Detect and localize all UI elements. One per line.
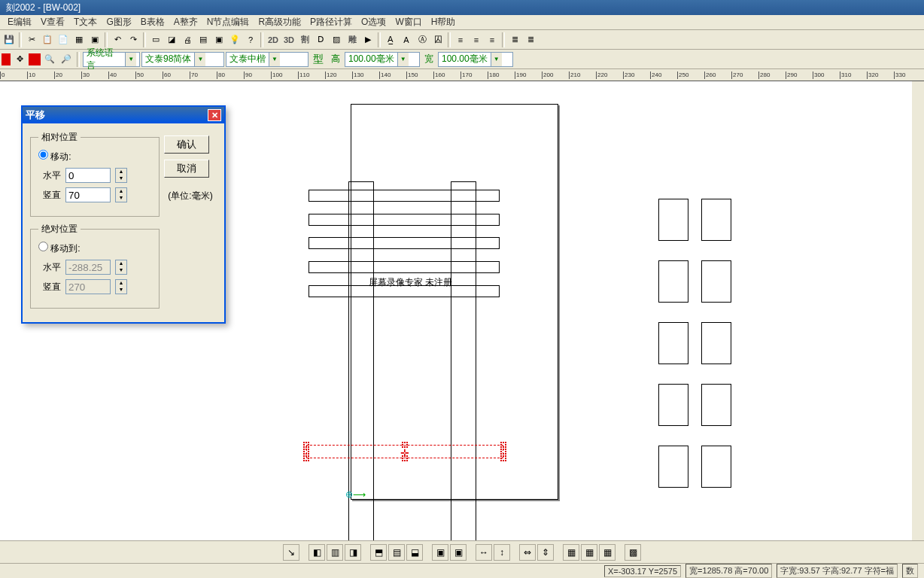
shape-col-right[interactable] <box>451 181 476 540</box>
2d-button[interactable]: 2D <box>266 32 281 47</box>
bt-pattern-icon[interactable]: ▩ <box>625 544 641 561</box>
selection-handle-bl[interactable] <box>303 455 309 461</box>
small-rect-r3c1[interactable] <box>658 322 688 364</box>
3d-button[interactable]: 3D <box>281 32 296 47</box>
bt-grid-1-icon[interactable]: ▦ <box>563 544 579 561</box>
small-rect-r5c1[interactable] <box>658 446 688 488</box>
menu-window[interactable]: W窗口 <box>391 14 426 30</box>
save-icon[interactable]: 💾 <box>2 32 17 47</box>
tool-2-icon[interactable]: ◪ <box>164 32 179 47</box>
align-c-icon[interactable]: ≡ <box>469 32 484 47</box>
menu-node[interactable]: N节点编辑 <box>202 14 254 30</box>
bt-align-m-icon[interactable]: ▤ <box>388 544 405 561</box>
small-rect-r3c2[interactable] <box>701 322 731 364</box>
bt-dist-v-icon[interactable]: ↕ <box>494 544 510 561</box>
bulb-icon[interactable]: 💡 <box>227 32 242 47</box>
group-icon[interactable]: ▣ <box>87 32 102 47</box>
selection-center-icon[interactable]: ✛ <box>400 447 409 459</box>
help-icon[interactable]: ? <box>243 32 258 47</box>
text-4-icon[interactable]: 囚 <box>430 32 445 47</box>
small-rect-r4c1[interactable] <box>658 384 688 426</box>
grid-icon[interactable]: ▦ <box>71 32 87 47</box>
shape-row-4[interactable] <box>309 261 500 273</box>
ok-button[interactable]: 确认 <box>164 135 209 154</box>
output-icon[interactable]: ▶ <box>360 32 375 47</box>
menu-text[interactable]: T文本 <box>69 14 102 30</box>
width-input[interactable]: 100.00毫米▼ <box>438 52 513 67</box>
menu-advanced[interactable]: R高级功能 <box>254 14 305 30</box>
v-spinner[interactable]: ▲▼ <box>115 187 127 202</box>
selection-handle-tl[interactable] <box>303 442 309 448</box>
height-input[interactable]: 100.00毫米▼ <box>345 52 420 67</box>
menu-align[interactable]: A整齐 <box>169 14 202 30</box>
vertical-input[interactable] <box>65 187 111 202</box>
text-2-icon[interactable]: A <box>399 32 414 47</box>
shape-row-2[interactable] <box>309 214 500 226</box>
bt-grid-2-icon[interactable]: ▦ <box>581 544 597 561</box>
small-rect-r4c2[interactable] <box>701 384 731 426</box>
selection-handle-br[interactable] <box>500 455 506 461</box>
selection-handle-mr[interactable] <box>500 449 506 455</box>
horizontal-input[interactable] <box>65 168 111 183</box>
tool-1-icon[interactable]: ▭ <box>148 32 163 47</box>
undo-icon[interactable]: ↶ <box>110 32 125 47</box>
redo-icon[interactable]: ↷ <box>126 32 141 47</box>
font-combo[interactable]: 文泰98简体▼ <box>141 52 224 67</box>
paste-icon[interactable]: 📄 <box>56 32 71 47</box>
bt-align-r-icon[interactable]: ◨ <box>345 544 361 561</box>
text-3-icon[interactable]: Ⓐ <box>415 32 430 47</box>
bt-align-t-icon[interactable]: ⬒ <box>370 544 387 561</box>
color-2-icon[interactable] <box>29 53 41 65</box>
h-spinner[interactable]: ▲▼ <box>115 168 127 183</box>
small-rect-r5c2[interactable] <box>701 446 731 488</box>
list-2-icon[interactable]: ≣ <box>523 32 538 47</box>
small-rect-r2c2[interactable] <box>701 260 731 303</box>
tool-hatch-icon[interactable]: ▨ <box>329 32 344 47</box>
align-l-icon[interactable]: ≡ <box>453 32 468 47</box>
shape-row-3[interactable] <box>309 237 500 249</box>
zoom-in-icon[interactable]: 🔍 <box>42 52 57 67</box>
small-rect-r2c1[interactable] <box>658 260 688 303</box>
bt-grid-3-icon[interactable]: ▦ <box>599 544 615 561</box>
tool-d-icon[interactable]: Ⅾ <box>313 32 328 47</box>
print-icon[interactable]: 🖨 <box>180 32 195 47</box>
align-r-icon[interactable]: ≡ <box>485 32 500 47</box>
cut-icon[interactable]: ✂ <box>24 32 39 47</box>
carve-button[interactable]: 雕 <box>345 32 360 47</box>
tool-5-icon[interactable]: ▣ <box>211 32 226 47</box>
copy-icon[interactable]: 📋 <box>40 32 55 47</box>
bt-dist-h-icon[interactable]: ↔ <box>476 544 492 561</box>
bt-same-h-icon[interactable]: ⇕ <box>537 544 554 561</box>
small-rect-r1c1[interactable] <box>658 199 688 241</box>
tool-4-icon[interactable]: ▤ <box>196 32 211 47</box>
bt-align-c-icon[interactable]: ▥ <box>327 544 343 561</box>
text-1-icon[interactable]: A̲ <box>383 32 398 47</box>
list-1-icon[interactable]: ≣ <box>507 32 522 47</box>
menu-help[interactable]: H帮助 <box>427 14 460 30</box>
color-1-icon[interactable] <box>2 53 11 65</box>
menu-options[interactable]: O选项 <box>357 14 391 30</box>
language-combo[interactable]: 系统语言▼ <box>83 52 140 67</box>
relative-radio[interactable] <box>38 150 48 160</box>
menu-path[interactable]: P路径计算 <box>305 14 357 30</box>
menu-view[interactable]: V查看 <box>36 14 69 30</box>
shape-row-1[interactable] <box>309 190 500 202</box>
absolute-radio[interactable] <box>38 242 48 251</box>
close-icon[interactable]: ✕ <box>208 109 221 121</box>
bt-align-b-icon[interactable]: ⬓ <box>406 544 423 561</box>
dialog-titlebar[interactable]: 平移 ✕ <box>23 107 224 123</box>
selection-handle-tr[interactable] <box>500 442 506 448</box>
style-combo[interactable]: 文泰中楷▼ <box>226 52 309 67</box>
bt-same-w-icon[interactable]: ⇔ <box>519 544 536 561</box>
shape-col-left[interactable] <box>348 181 374 540</box>
bt-center-h-icon[interactable]: ▣ <box>432 544 448 561</box>
selection-handle-ml[interactable] <box>303 449 309 455</box>
menu-edit[interactable]: E编辑 <box>3 14 36 30</box>
small-rect-r1c2[interactable] <box>701 199 731 241</box>
zoom-out-icon[interactable]: 🔎 <box>59 52 74 67</box>
bt-align-l-icon[interactable]: ◧ <box>309 544 325 561</box>
cut-button[interactable]: 割 <box>297 32 312 47</box>
bt-arrow-icon[interactable]: ↘ <box>283 544 299 561</box>
menu-table[interactable]: B表格 <box>136 14 169 30</box>
cancel-button[interactable]: 取消 <box>164 160 209 178</box>
